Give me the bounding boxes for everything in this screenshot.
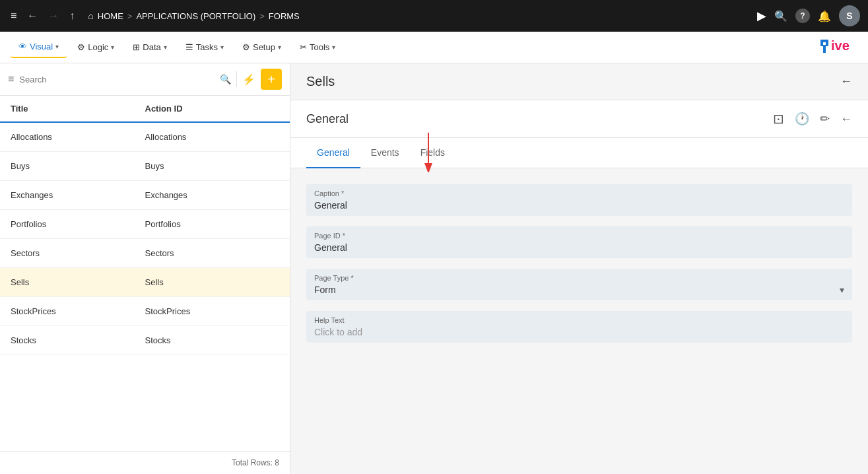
form-field-caption[interactable]: Caption * General [306, 184, 852, 216]
chevron-down-icon: ▾ [840, 285, 844, 295]
tab-general[interactable]: General [306, 138, 360, 168]
add-button[interactable]: + [261, 69, 282, 90]
general-header-icons: ⊡ 🕐 ✏ ← [773, 111, 852, 127]
column-title: Title [11, 104, 145, 114]
back-general-icon[interactable]: ← [840, 112, 852, 126]
back-icon[interactable]: ← [24, 7, 40, 24]
form-field-pageType[interactable]: Page Type * Form ▾ [306, 269, 852, 300]
field-value-pageType: Form [314, 285, 336, 295]
general-header: General ⊡ 🕐 ✏ ← [290, 100, 868, 138]
five-logo: ive [818, 37, 857, 57]
row-action-id: Sectors [145, 248, 280, 258]
play-icon[interactable]: ▶ [757, 9, 766, 23]
field-label-caption: Caption * [314, 189, 844, 197]
grid-icon: ⊞ [133, 42, 140, 52]
table-row[interactable]: BuysBuys [0, 152, 290, 181]
help-icon[interactable]: ? [795, 9, 810, 23]
table-row[interactable]: SectorsSectors [0, 239, 290, 268]
history-icon[interactable]: 🕐 [795, 112, 809, 126]
search-icon-nav[interactable]: 🔍 [774, 10, 787, 22]
row-action-id: Stocks [145, 335, 280, 345]
panel-title: Sells [306, 74, 335, 89]
list-icon[interactable]: ≡ [8, 73, 14, 85]
column-action-id: Action ID [145, 104, 280, 114]
eye-icon: 👁 [18, 42, 27, 51]
row-action-id: Buys [145, 161, 280, 171]
tools-icon: ✂ [300, 42, 307, 52]
svg-marker-0 [820, 40, 828, 53]
nav-tasks[interactable]: ☰ Tasks ▾ [178, 37, 232, 57]
screen-icon[interactable]: ⊡ [773, 111, 784, 127]
secondary-navigation: 👁 Visual ▾ ⚙ Logic ▾ ⊞ Data ▾ ☰ Tasks ▾ … [0, 32, 868, 63]
up-icon[interactable]: ↑ [67, 7, 77, 24]
nav-tools[interactable]: ✂ Tools ▾ [292, 37, 343, 57]
tab-events[interactable]: Events [360, 138, 410, 168]
table-row[interactable]: StockPricesStockPrices [0, 297, 290, 326]
nav-visual[interactable]: 👁 Visual ▾ [11, 36, 67, 58]
form-content: Caption * General Page ID * General Page… [290, 168, 868, 358]
row-action-id: Sells [145, 277, 280, 287]
form-field-helpText[interactable]: Help Text Click to add [306, 311, 852, 343]
field-label-pageId: Page ID * [314, 232, 844, 240]
table-rows: AllocationsAllocationsBuysBuysExchangesE… [0, 123, 290, 451]
search-bar: ≡ 🔍 ⚡ + [0, 63, 290, 96]
field-placeholder-helpText: Click to add [314, 327, 362, 337]
row-title: Stocks [11, 335, 145, 345]
table-row[interactable]: SellsSells [0, 268, 290, 297]
row-action-id: StockPrices [145, 306, 280, 316]
main-container: ≡ 🔍 ⚡ + Title Action ID AllocationsAlloc… [0, 63, 868, 474]
nav-data[interactable]: ⊞ Data ▾ [125, 37, 174, 57]
chevron-tools: ▾ [332, 44, 335, 51]
right-header-icons: ← [840, 75, 852, 88]
field-label-helpText: Help Text [314, 316, 844, 324]
row-title: Allocations [11, 132, 145, 142]
user-avatar[interactable]: S [839, 5, 860, 26]
form-field-pageId[interactable]: Page ID * General [306, 226, 852, 258]
back-right-icon[interactable]: ← [840, 75, 852, 88]
general-title: General [306, 112, 349, 126]
search-input[interactable] [19, 75, 215, 85]
row-title: Sectors [11, 248, 145, 258]
top-navigation: ≡ ← → ↑ ⌂ HOME > APPLICATIONS (PORTFOLIO… [0, 0, 868, 32]
home-icon: ⌂ [88, 11, 93, 21]
breadcrumb-home[interactable]: HOME [98, 11, 123, 21]
row-title: StockPrices [11, 306, 145, 316]
bolt-icon[interactable]: ⚡ [242, 73, 255, 86]
edit-icon[interactable]: ✏ [820, 112, 830, 126]
row-action-id: Portfolios [145, 219, 280, 229]
right-panel: Sells ← General ⊡ 🕐 ✏ ← General Events F… [290, 63, 868, 474]
chevron-data: ▾ [164, 44, 167, 51]
nav-setup[interactable]: ⚙ Setup ▾ [234, 37, 289, 57]
chevron-visual: ▾ [55, 43, 59, 50]
row-title: Sells [11, 277, 145, 287]
row-action-id: Exchanges [145, 190, 280, 200]
search-magnifier-icon[interactable]: 🔍 [220, 74, 231, 85]
menu-icon[interactable]: ≡ [8, 7, 19, 24]
table-row[interactable]: StocksStocks [0, 326, 290, 355]
field-dropdown-pageType[interactable]: Form ▾ [314, 285, 844, 295]
tab-fields[interactable]: Fields [410, 138, 455, 168]
tabs-container: General Events Fields [290, 138, 868, 168]
field-label-pageType: Page Type * [314, 274, 844, 282]
field-value-pageId: General [314, 242, 347, 253]
notifications-icon[interactable]: 🔔 [818, 10, 831, 22]
table-header: Title Action ID [0, 96, 290, 123]
table-row[interactable]: AllocationsAllocations [0, 123, 290, 152]
chevron-tasks: ▾ [220, 44, 224, 51]
right-panel-header: Sells ← [290, 63, 868, 100]
breadcrumb-forms[interactable]: FORMS [269, 11, 300, 21]
setup-icon: ⚙ [242, 42, 250, 52]
row-title: Portfolios [11, 219, 145, 229]
breadcrumb-applications[interactable]: APPLICATIONS (PORTFOLIO) [136, 11, 255, 21]
divider [236, 71, 237, 87]
nav-logic[interactable]: ⚙ Logic ▾ [69, 37, 122, 57]
breadcrumb: ⌂ HOME > APPLICATIONS (PORTFOLIO) > FORM… [88, 11, 299, 21]
table-row[interactable]: PortfoliosPortfolios [0, 210, 290, 239]
left-panel: ≡ 🔍 ⚡ + Title Action ID AllocationsAlloc… [0, 63, 290, 474]
table-row[interactable]: ExchangesExchanges [0, 181, 290, 210]
chevron-logic: ▾ [111, 44, 114, 51]
logic-icon: ⚙ [77, 42, 85, 52]
forward-icon[interactable]: → [46, 7, 61, 24]
row-title: Buys [11, 161, 145, 171]
row-action-id: Allocations [145, 132, 280, 142]
